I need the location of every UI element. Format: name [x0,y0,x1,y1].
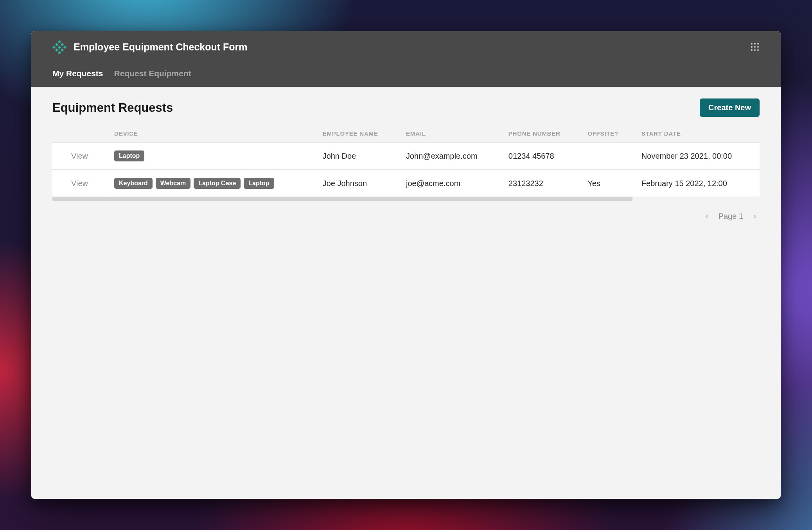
page-title: Equipment Requests [52,101,173,115]
col-email: EMAIL [399,125,501,142]
app-header: Employee Equipment Checkout Form My Requ… [31,31,781,87]
email-cell: John@example.com [399,142,501,170]
tab-request-equipment[interactable]: Request Equipment [114,63,191,87]
svg-point-15 [751,49,753,51]
create-new-button[interactable]: Create New [700,98,760,117]
device-chip: Keyboard [114,178,153,189]
svg-rect-2 [61,43,64,46]
device-cell: KeyboardWebcamLaptop CaseLaptop [107,170,316,197]
svg-rect-5 [63,46,66,49]
table-row: ViewLaptopJohn DoeJohn@example.com01234 … [52,142,760,170]
app-window: Employee Equipment Checkout Form My Requ… [31,31,781,499]
svg-rect-6 [55,48,58,52]
svg-point-11 [757,43,759,45]
view-link[interactable]: View [71,179,88,188]
svg-rect-3 [52,46,56,49]
device-cell: Laptop [107,142,316,170]
app-logo-icon [52,40,66,54]
svg-point-13 [754,46,756,48]
col-start-date: START DATE [634,125,760,142]
device-chip: Laptop [114,150,144,161]
device-chip: Laptop [244,178,274,189]
view-cell: View [52,142,107,170]
employee-name-cell: Joe Johnson [316,170,399,197]
start-date-cell: February 15 2022, 12:00 [634,170,760,197]
col-device: DEVICE [107,125,316,142]
nav-tabs: My Requests Request Equipment [31,59,781,87]
svg-point-16 [754,49,756,51]
col-employee-name: EMPLOYEE NAME [316,125,399,142]
device-chips: Laptop [114,150,309,161]
view-cell: View [52,170,107,197]
horizontal-scrollbar[interactable] [52,197,632,201]
svg-rect-7 [61,48,64,52]
titlebar: Employee Equipment Checkout Form [31,31,781,59]
svg-point-10 [754,43,756,45]
svg-rect-4 [58,46,61,49]
offsite-cell: Yes [580,170,634,197]
chevron-right-icon[interactable] [752,213,758,220]
chevron-left-icon[interactable] [704,213,710,220]
main-content: Equipment Requests Create New DEVICE EMP… [31,87,781,499]
col-view [52,125,107,142]
device-chip: Webcam [156,178,191,189]
table-row: ViewKeyboardWebcamLaptop CaseLaptopJoe J… [52,170,760,197]
brand: Employee Equipment Checkout Form [52,40,248,54]
page-head: Equipment Requests Create New [52,98,760,117]
apps-grid-icon[interactable] [750,42,760,52]
svg-point-14 [757,46,759,48]
app-title: Employee Equipment Checkout Form [74,41,248,53]
offsite-cell [580,142,634,170]
svg-rect-1 [55,43,58,46]
device-chips: KeyboardWebcamLaptop CaseLaptop [114,178,309,189]
col-phone: PHONE NUMBER [501,125,580,142]
start-date-cell: November 23 2021, 00:00 [634,142,760,170]
page-label: Page 1 [719,212,743,221]
tab-my-requests[interactable]: My Requests [52,63,103,87]
svg-point-9 [751,43,753,45]
svg-rect-8 [58,51,61,54]
device-chip: Laptop Case [194,178,241,189]
email-cell: joe@acme.com [399,170,501,197]
col-offsite: OFFSITE? [580,125,634,142]
requests-table: DEVICE EMPLOYEE NAME EMAIL PHONE NUMBER … [52,125,760,197]
svg-point-17 [757,49,759,51]
table-wrapper: DEVICE EMPLOYEE NAME EMAIL PHONE NUMBER … [52,125,760,201]
svg-point-12 [751,46,753,48]
view-link[interactable]: View [71,152,88,160]
svg-rect-0 [58,40,61,43]
phone-cell: 23123232 [501,170,580,197]
pagination: Page 1 [52,201,760,232]
employee-name-cell: John Doe [316,142,399,170]
phone-cell: 01234 45678 [501,142,580,170]
